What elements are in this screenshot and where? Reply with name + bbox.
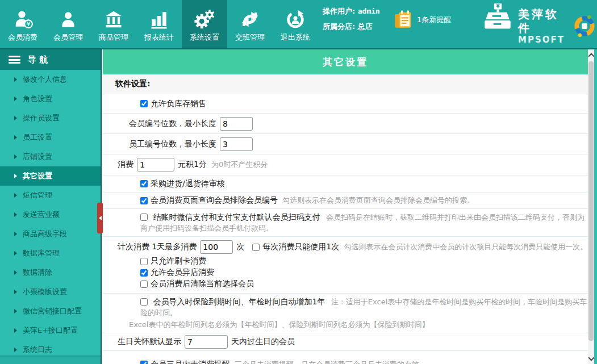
sidebar-item-store[interactable]: 店铺设置 [0,147,101,166]
row-card-only: 只允许刷卡消费 [103,256,588,267]
sidebar-item-profile[interactable]: 修改个人信息 [0,70,101,89]
field-hint: 勾选则表示在会员消费页面查询会员排除会员编号的搜索。 [282,195,474,206]
nav-exit-system[interactable]: 退出系统 [273,0,318,48]
checkbox-label: 每次消费只能使用1次 [262,242,339,252]
points-rate-input[interactable] [137,158,174,171]
nav-label: 报表统计 [144,32,174,43]
reminder-options-group: 会员三月内未消费提醒 三个月未消费提醒，只在会员消费三个月后未消费的有效。 会员… [103,351,588,364]
svg-text:¥: ¥ [496,3,500,9]
arrow-right-icon [14,212,17,217]
arrow-right-icon [14,328,17,333]
import-auto-add-checkbox[interactable] [140,298,148,306]
sidebar-item-receipt-template[interactable]: 小票模版设置 [0,282,101,302]
arrow-right-icon [14,348,17,352]
nav-label: 退出系统 [281,32,310,43]
nav-member-manage[interactable]: 会员管理 [45,0,91,48]
remind-no-consume-checkbox[interactable] [140,361,148,364]
row-negative-stock: 允许负库存销售 [103,94,588,114]
notice-text: 1条新提醒 [417,15,451,25]
birthday-days-input[interactable] [185,335,228,349]
arrow-right-icon [14,251,17,256]
sidebar-item-wechat-api[interactable]: 微信营销接口配置 [0,302,101,321]
right-edge-strip [594,49,597,364]
scroll-down-button[interactable] [588,354,594,363]
nav-member-consume[interactable]: ¥ 会员消费 [0,0,45,48]
field-hint: 三个月未消费提醒，只在会员消费三个月后未消费的有效。 [235,359,427,364]
arrow-right-icon [14,154,17,159]
chevron-down-icon [588,354,594,361]
notice-button[interactable]: 1条新提醒 [394,10,451,29]
top-nav: ¥ 会员消费 会员管理 [0,0,318,48]
sidebar-item-other-settings[interactable]: 其它设置 [0,166,101,186]
row-import-auto-add: 会员导入时保险到期时间、年检时间自动增加1年 注：适用于Excel表中存储的是年… [103,294,588,333]
chevron-up-icon [588,53,594,59]
count-limit-input[interactable] [200,240,233,254]
cash-register-icon[interactable]: ¥ [480,3,515,34]
sidebar-item-label: 操作员设置 [23,113,60,123]
report-stats-icon [149,6,169,30]
checkbox-label: 允许会员异店消费 [151,267,214,278]
sidebar-item-eplus-api[interactable]: 美萍E+接口配置 [0,321,101,340]
field-label: 员工编号位数，最小长度 [129,139,216,149]
sidebar-item-goods-fields[interactable]: 商品高级字段 [0,224,101,244]
row-staff-code-length: 员工编号位数，最小长度 [103,134,588,154]
sidebar-item-label: 数据清除 [23,267,52,278]
branch-label: 所属分店: [323,22,355,31]
purchase-audit-checkbox[interactable] [140,180,148,187]
sidebar-item-label: 员工设置 [23,132,52,143]
sidebar-footer [0,355,101,364]
row-purchase-audit: 采购进货/退货待审核 [103,175,588,193]
sidebar-collapse-handle[interactable] [97,203,103,233]
checkbox-label: 结账时微信支付和支付宝支付默认会员扫码支付 [153,212,320,221]
vertical-scrollbar[interactable] [588,49,594,364]
negative-stock-checkbox[interactable] [140,100,148,107]
sidebar-item-label: 发送营业额 [23,210,60,220]
staff-code-length-input[interactable] [220,137,253,151]
row-cross-store: 允许会员异店消费 [103,267,588,278]
row-remind-no-consume: 会员三月内未消费提醒 三个月未消费提醒，只在会员消费三个月后未消费的有效。 [103,358,588,364]
arrow-right-icon [14,232,17,236]
sidebar-item-staff[interactable]: 员工设置 [0,128,101,147]
sidebar-header[interactable]: 导航 [0,49,101,70]
sidebar-item-sms[interactable]: 短信管理 [0,186,101,205]
sidebar-item-label: 小票模版设置 [23,287,67,297]
scan-pay-checkbox[interactable] [140,214,148,221]
row-count-limit: 计次消费 1天最多消费 次 每次消费只能使用1次 勾选则表示在会员计次消费中会员… [103,239,588,256]
row-exclude-member-code: 会员消费页面查询会员排除会员编号 勾选则表示在会员消费页面查询会员排除会员编号的… [103,193,588,209]
operator-label: 操作用户: [323,7,355,15]
field-hint: 为0时不产生积分 [211,160,268,170]
field-label: 生日关怀默认显示 [118,337,181,347]
sidebar-item-label: 短信管理 [23,190,52,200]
brand-name-en: MPSOFT [518,35,567,45]
collapse-left-icon [99,216,102,220]
user-info: 操作用户: admin 所属分店: 总店 [323,6,380,37]
menu-icon [9,56,20,64]
scrollbar-thumb[interactable] [588,61,594,341]
member-code-length-input[interactable] [220,117,253,131]
sidebar-item-operators[interactable]: 操作员设置 [0,108,101,128]
sidebar-item-send-revenue[interactable]: 发送营业额 [0,205,101,224]
checkbox-label: 会员消费后清除当前选择会员 [151,279,254,289]
arrow-right-icon [14,135,17,140]
svg-text:¥: ¥ [27,20,31,27]
nav-shift-manage[interactable]: 交班管理 [227,0,273,48]
field-suffix: 次 [236,242,244,252]
nav-report-stats[interactable]: 报表统计 [136,0,182,48]
sidebar-item-data-clear[interactable]: 数据清除 [0,263,101,282]
sidebar-item-roles[interactable]: 角色设置 [0,89,101,108]
nav-label: 会员管理 [53,32,83,43]
branch-value: 总店 [358,22,373,31]
topbar: ¥ 会员消费 会员管理 [0,0,597,49]
count-once-checkbox[interactable] [252,244,260,251]
cross-store-checkbox[interactable] [140,269,148,277]
card-only-checkbox[interactable] [140,258,148,265]
nav-system-settings[interactable]: 系统设置 [182,0,227,48]
sidebar-item-database[interactable]: 数据库管理 [0,244,101,263]
shift-manage-icon [240,6,260,30]
nav-goods-manage[interactable]: 商品管理 [91,0,136,48]
clear-selected-checkbox[interactable] [140,281,148,288]
arrow-right-icon [14,77,17,82]
exclude-member-code-checkbox[interactable] [140,197,148,204]
scroll-up-button[interactable] [588,51,594,60]
sidebar-item-label: 角色设置 [23,94,52,104]
